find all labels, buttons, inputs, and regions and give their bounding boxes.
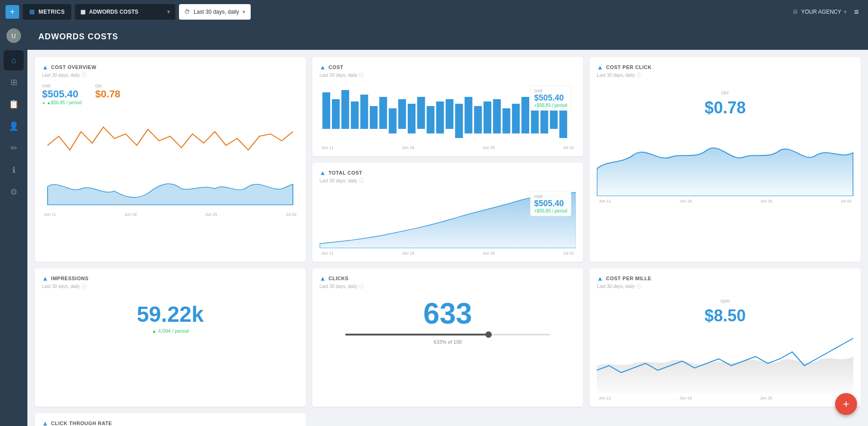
adwords-icon-cost: ▲ bbox=[320, 64, 326, 71]
cost-overview-card: ▲ COST OVERVIEW Last 30 days, daily ⓘ co… bbox=[35, 57, 306, 262]
cost-overview-title-row: ▲ COST OVERVIEW bbox=[42, 64, 299, 71]
fab-add-button[interactable]: + bbox=[835, 393, 857, 415]
impressions-value-container: 59.22k ▲ 4,094 / period bbox=[42, 294, 299, 338]
sidebar-item-home[interactable]: ⌂ bbox=[4, 50, 24, 70]
cost-overview-date-labels: Jun 11 Jun 18 Jun 25 Jul 02 bbox=[42, 211, 299, 217]
svg-rect-11 bbox=[426, 106, 434, 133]
cost-overview-subtitle: Last 30 days, daily ⓘ bbox=[42, 72, 299, 79]
info-icon-cpm: ⓘ bbox=[637, 283, 642, 290]
sidebar-item-user[interactable]: 👤 bbox=[4, 116, 24, 136]
cpc-value-row: $0.78 bbox=[597, 98, 853, 117]
page-header: ADWORDS COSTS bbox=[27, 24, 868, 50]
ctr-title-row: ▲ CLICK THROUGH RATE bbox=[42, 420, 299, 426]
info-icon-total-cost: ⓘ bbox=[359, 177, 364, 184]
cost-date-labels: Jun 11 Jun 18 Jun 25 Jul 02 bbox=[320, 144, 576, 150]
sidebar-item-edit[interactable]: ✏ bbox=[4, 138, 24, 158]
svg-rect-2 bbox=[341, 90, 349, 129]
adwords-chevron-icon: ▾ bbox=[167, 9, 170, 15]
agency-chevron-icon: ▾ bbox=[844, 9, 847, 15]
reports-icon: 📋 bbox=[9, 99, 19, 109]
total-cost-title-row: ▲ TOTAL COST bbox=[320, 169, 576, 176]
info-icon-cpc: ⓘ bbox=[637, 72, 642, 79]
info-icon-cost: ⓘ bbox=[359, 72, 364, 79]
impressions-value: 59.22k bbox=[137, 304, 204, 325]
adwords-costs-dropdown[interactable]: ▦ ADWORDS COSTS ▾ bbox=[75, 4, 175, 20]
clicks-title-row: ▲ CLICKS bbox=[320, 275, 576, 282]
impressions-card: ▲ IMPRESSIONS Last 30 days, daily ⓘ 59.2… bbox=[35, 268, 306, 407]
clicks-value: 633 bbox=[423, 299, 472, 328]
cpm-value-row: $8.50 bbox=[597, 306, 853, 325]
cpm-label-row: cpm bbox=[597, 294, 853, 306]
adwords-icon-clicks: ▲ bbox=[320, 275, 326, 282]
total-cost-card: ▲ TOTAL COST Last 30 days, daily ⓘ bbox=[312, 163, 584, 262]
sidebar-item-info[interactable]: ℹ bbox=[4, 160, 24, 180]
sidebar-item-reports[interactable]: 📋 bbox=[4, 94, 24, 114]
svg-rect-9 bbox=[408, 104, 416, 133]
svg-rect-7 bbox=[389, 108, 396, 133]
dashboard-grid: ▲ COST OVERVIEW Last 30 days, daily ⓘ co… bbox=[27, 50, 868, 426]
svg-rect-15 bbox=[464, 97, 472, 133]
svg-rect-17 bbox=[484, 101, 491, 133]
cost-metric: cost $505.40 ▲$56.85 / period bbox=[42, 83, 82, 105]
time-range-dropdown[interactable]: ⏱ Last 30 days, daily ▾ bbox=[179, 4, 251, 20]
svg-rect-8 bbox=[398, 99, 406, 129]
svg-rect-5 bbox=[370, 106, 378, 129]
ctr-card: ▲ CLICK THROUGH RATE Last 30 days, daily… bbox=[35, 413, 306, 426]
cost-tooltip: cost $505.40 +$56.85 / period bbox=[530, 85, 572, 111]
settings-icon: ⚙ bbox=[10, 187, 17, 197]
adwords-icon-ctr: ▲ bbox=[42, 420, 48, 426]
clicks-subtitle: Last 30 days, daily ⓘ bbox=[320, 283, 576, 290]
adwords-icon-cpc: ▲ bbox=[597, 64, 603, 71]
progress-track bbox=[345, 334, 550, 335]
agency-dropdown[interactable]: 🏛 YOUR AGENCY ▾ bbox=[793, 9, 847, 15]
svg-rect-3 bbox=[351, 101, 358, 129]
adwords-dropdown-icon: ▦ bbox=[80, 9, 85, 15]
home-icon: ⌂ bbox=[11, 56, 16, 65]
metrics-icon: ⊞ bbox=[29, 8, 35, 16]
cost-chart: cost $505.40 +$56.85 / period Jun 11 Jun… bbox=[320, 83, 576, 150]
cost-subtitle: Last 30 days, daily ⓘ bbox=[320, 72, 576, 79]
svg-rect-0 bbox=[322, 92, 330, 129]
cpc-date-labels: Jun 11 Jun 18 Jun 25 Jul 02 bbox=[597, 198, 853, 203]
svg-rect-16 bbox=[474, 106, 482, 133]
clicks-value-container: 633 633% of 100 bbox=[320, 294, 576, 345]
top-nav: + ⊞ METRICS ▦ ADWORDS COSTS ▾ ⏱ Last 30 … bbox=[0, 0, 868, 24]
svg-rect-18 bbox=[493, 99, 500, 133]
cpc-title-row: ▲ COST PER CLICK bbox=[597, 64, 853, 71]
progress-fill bbox=[345, 334, 489, 335]
agency-icon: 🏛 bbox=[793, 9, 798, 15]
svg-rect-4 bbox=[360, 95, 368, 129]
svg-rect-13 bbox=[446, 99, 453, 129]
avatar[interactable]: U bbox=[6, 28, 21, 43]
total-cost-chart: cost $505.40 +$56.85 / period Jun 11 Jun… bbox=[320, 189, 576, 256]
adwords-icon-impressions: ▲ bbox=[42, 275, 48, 282]
sidebar-item-dashboard[interactable]: ⊞ bbox=[4, 72, 24, 92]
adwords-icon-total-cost: ▲ bbox=[320, 169, 326, 176]
cpm-subtitle: Last 30 days, daily ⓘ bbox=[597, 283, 853, 290]
adwords-icon-cost-overview: ▲ bbox=[42, 64, 48, 71]
sidebar-item-settings[interactable]: ⚙ bbox=[4, 182, 24, 202]
svg-rect-19 bbox=[502, 108, 510, 133]
metrics-tab[interactable]: ⊞ METRICS bbox=[23, 4, 71, 20]
cpc-chart: Jun 11 Jun 18 Jun 25 Jul 02 bbox=[597, 123, 853, 203]
add-metric-button[interactable]: + bbox=[5, 5, 19, 19]
sidebar: U ⌂ ⊞ 📋 👤 ✏ ℹ ⚙ bbox=[0, 24, 27, 426]
info-icon: ℹ bbox=[12, 165, 16, 175]
hamburger-button[interactable]: ≡ bbox=[850, 5, 863, 19]
clock-icon: ⏱ bbox=[184, 9, 190, 15]
total-cost-date-labels: Jun 11 Jun 18 Jun 25 Jul 02 bbox=[320, 250, 576, 256]
cpm-card: ▲ COST PER MILLE Last 30 days, daily ⓘ c… bbox=[589, 268, 861, 407]
svg-rect-6 bbox=[379, 97, 387, 129]
main-content: ADWORDS COSTS ▲ COST OVERVIEW Last 30 da… bbox=[27, 24, 868, 426]
svg-rect-1 bbox=[332, 99, 340, 129]
clicks-progress bbox=[345, 334, 550, 335]
info-icon-impressions: ⓘ bbox=[82, 283, 87, 290]
cpc-card: ▲ COST PER CLICK Last 30 days, daily ⓘ c… bbox=[589, 57, 861, 262]
impressions-subtitle: Last 30 days, daily ⓘ bbox=[42, 283, 299, 290]
info-icon-clicks: ⓘ bbox=[359, 283, 364, 290]
info-icon-cost-overview: ⓘ bbox=[82, 72, 87, 79]
user-icon: 👤 bbox=[9, 121, 19, 131]
total-cost-tooltip: cost $505.40 +$56.85 / period bbox=[530, 191, 572, 216]
total-cost-subtitle: Last 30 days, daily ⓘ bbox=[320, 177, 576, 184]
clicks-card: ▲ CLICKS Last 30 days, daily ⓘ 633 633% … bbox=[312, 268, 584, 407]
